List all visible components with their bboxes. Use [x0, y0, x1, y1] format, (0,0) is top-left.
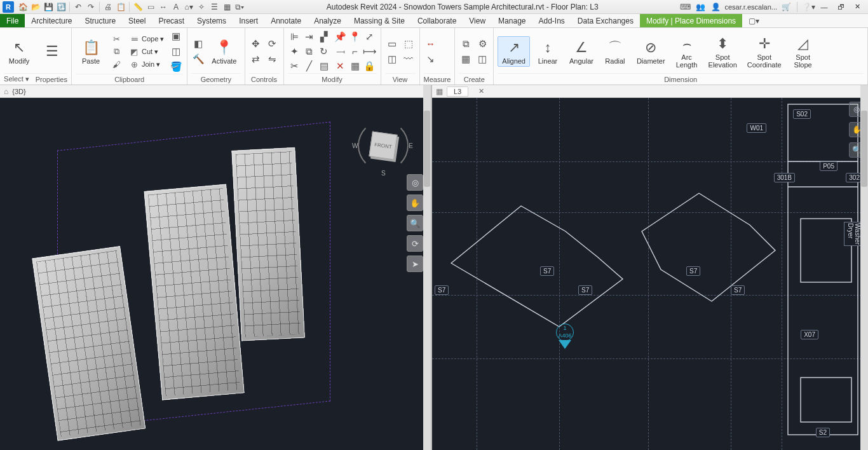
redo-icon[interactable]: ↷: [85, 1, 97, 13]
keyboard-icon[interactable]: ⌨: [679, 1, 691, 13]
signin-search-icon[interactable]: 👥: [694, 1, 707, 13]
create-similar-icon[interactable]: ⧉: [459, 37, 473, 51]
close-view-icon[interactable]: ✕: [478, 87, 484, 95]
clipboard-icon[interactable]: 📋: [114, 1, 127, 13]
paint-icon[interactable]: 🪣: [169, 60, 183, 74]
scrollbar-thumb[interactable]: [861, 111, 867, 187]
angular-button[interactable]: ∠ Angular: [566, 37, 597, 66]
group-icon[interactable]: ▦: [348, 59, 362, 73]
join-button[interactable]: ⊕Join ▾: [126, 58, 166, 70]
section-icon[interactable]: ✧: [195, 1, 208, 13]
close-hidden-icon[interactable]: ▦: [220, 1, 233, 13]
linear-button[interactable]: ↕ Linear: [532, 37, 563, 66]
match-type-button[interactable]: 🖌: [109, 58, 124, 70]
mirror-icon[interactable]: ⇋: [266, 52, 280, 66]
switch-windows-icon[interactable]: ⧉▾: [233, 1, 246, 13]
radial-button[interactable]: ⌒ Radial: [600, 37, 630, 66]
parts-icon[interactable]: ◫: [475, 52, 489, 66]
select-dropdown[interactable]: Select ▾: [4, 75, 29, 83]
selbox-icon[interactable]: ⬚: [402, 37, 416, 51]
copy-clip-button[interactable]: ⧉: [109, 46, 124, 57]
ribbon-options-icon[interactable]: ▢▾: [742, 14, 766, 27]
tab-massing-site[interactable]: Massing & Site: [348, 14, 411, 27]
text-icon[interactable]: A: [170, 1, 182, 13]
scale-icon[interactable]: ⤢: [363, 30, 377, 44]
pin-icon[interactable]: 📌: [334, 30, 348, 44]
tab-view[interactable]: View: [463, 14, 492, 27]
spot-coordinate-button[interactable]: ✛ Spot Coordinate: [743, 33, 785, 70]
tab-annotate[interactable]: Annotate: [264, 14, 308, 27]
corner-icon[interactable]: ⌐: [348, 44, 362, 58]
spot-slope-button[interactable]: ◿ Spot Slope: [788, 33, 818, 70]
measure-icon[interactable]: 📏: [132, 1, 144, 13]
tab-architecture[interactable]: Architecture: [25, 14, 78, 27]
drag-icon[interactable]: ✥: [249, 37, 263, 51]
extend-icon[interactable]: ⟼: [363, 44, 377, 58]
view-3d-tab[interactable]: ⌂ {3D} ▾: [0, 85, 431, 98]
trim-icon[interactable]: ✂: [288, 59, 302, 73]
restore-button[interactable]: 🗗: [834, 1, 848, 13]
measure-along-icon[interactable]: ↘: [424, 52, 438, 66]
split-icon[interactable]: ╱: [302, 59, 316, 73]
demolish-icon[interactable]: 🔨: [191, 52, 205, 66]
tab-add-ins[interactable]: Add-Ins: [532, 14, 571, 27]
tab-analyze[interactable]: Analyze: [308, 14, 348, 27]
notch-icon[interactable]: ◧: [191, 37, 205, 51]
hide-icon[interactable]: ▭: [385, 37, 399, 51]
mirror-axis-icon[interactable]: ▞: [317, 30, 331, 44]
view-cube[interactable]: FRONT W E S: [361, 123, 405, 168]
user-avatar-icon[interactable]: 👤: [709, 1, 722, 13]
activate-button[interactable]: 📍 Activate: [208, 37, 240, 66]
override-icon[interactable]: ◫: [385, 52, 399, 66]
rotate-tool-icon[interactable]: ↻: [317, 44, 331, 58]
properties-button[interactable]: ☰: [37, 41, 67, 62]
tab-file[interactable]: File: [0, 14, 25, 27]
diameter-button[interactable]: ⊘ Diameter: [633, 37, 669, 66]
wall-opening-icon[interactable]: ▣: [169, 29, 183, 43]
tab-precast[interactable]: Precast: [152, 14, 191, 27]
move-icon[interactable]: ⇄: [249, 52, 263, 66]
view-plan-tab[interactable]: ▦ L3 ✕: [432, 85, 868, 98]
scrollbar-plan[interactable]: [860, 85, 868, 450]
minimize-button[interactable]: —: [817, 1, 831, 13]
tab-insert[interactable]: Insert: [233, 14, 264, 27]
open-icon[interactable]: 📂: [29, 1, 42, 13]
dim-icon[interactable]: ↔: [157, 1, 170, 13]
paste-button[interactable]: 📋 Paste: [76, 37, 106, 66]
tab-structure[interactable]: Structure: [78, 14, 122, 27]
wheel-icon[interactable]: ◎: [407, 174, 423, 191]
elevation-marker[interactable]: 1 A406: [556, 324, 574, 349]
3d-icon[interactable]: ⌂▾: [182, 1, 195, 13]
arc-length-button[interactable]: ⌢ Arc Length: [672, 33, 702, 70]
unpin-icon[interactable]: 📍: [348, 30, 362, 44]
home-icon[interactable]: 🏠: [17, 1, 29, 13]
cope-button[interactable]: ⩸Cope ▾: [126, 33, 166, 44]
linework-icon[interactable]: 〰: [402, 52, 416, 66]
tab-steel[interactable]: Steel: [122, 14, 152, 27]
sync-icon[interactable]: 🔃: [55, 1, 67, 13]
send-icon[interactable]: ➤: [407, 256, 423, 272]
pan-icon[interactable]: ✋: [407, 194, 423, 211]
align-icon[interactable]: ▭: [144, 1, 157, 13]
copy-tool-icon[interactable]: ⧉: [302, 44, 316, 58]
view-cube-face[interactable]: FRONT: [369, 131, 397, 160]
tab-data-exchanges[interactable]: Data Exchanges: [571, 14, 640, 27]
view-plan-canvas[interactable]: S02 W01 P05 301B 302 X07 S2 S7 S7 S7 S7 …: [432, 98, 868, 450]
close-button[interactable]: ✕: [850, 1, 864, 13]
measure-dist-icon[interactable]: ↔: [424, 37, 438, 51]
cut-geom-button[interactable]: ◩Cut ▾: [126, 46, 166, 57]
cart-icon[interactable]: 🛒: [780, 1, 792, 13]
align-tool-icon[interactable]: ⊫: [288, 30, 302, 44]
scrollbar-thumb[interactable]: [424, 111, 430, 187]
print-icon[interactable]: 🖨: [102, 1, 114, 13]
tab-collaborate[interactable]: Collaborate: [411, 14, 463, 27]
split-face-icon[interactable]: ◫: [169, 44, 183, 58]
delete-icon[interactable]: ✕: [334, 59, 348, 73]
lock-icon[interactable]: 🔒: [363, 59, 377, 73]
zoom-icon[interactable]: 🔍: [407, 215, 423, 231]
tab-manage[interactable]: Manage: [492, 14, 532, 27]
spot-elevation-button[interactable]: ⬍ Spot Elevation: [705, 33, 741, 70]
undo-icon[interactable]: ↶: [72, 1, 85, 13]
array-icon[interactable]: ▤: [317, 59, 331, 73]
move-tool-icon[interactable]: ✦: [288, 44, 302, 58]
